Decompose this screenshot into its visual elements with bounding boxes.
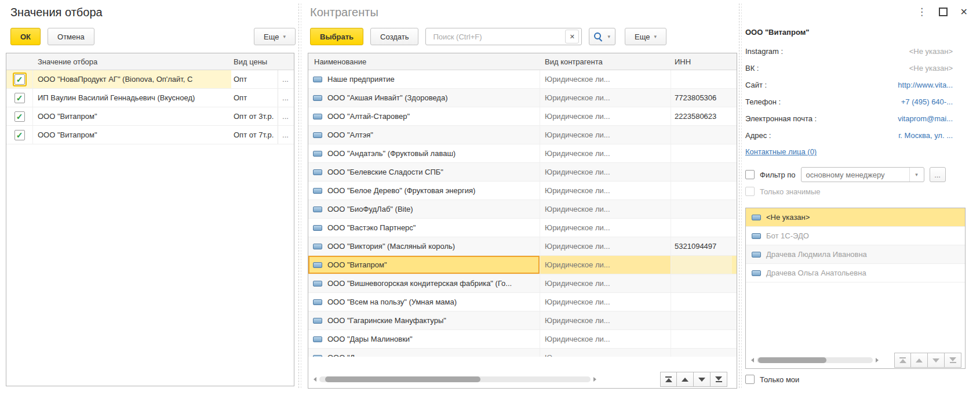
row-menu-button[interactable]: ... <box>278 70 293 88</box>
table-row[interactable]: ООО "Белевские Сладости СПБ" Юридическое… <box>308 163 737 182</box>
phone-link[interactable]: +7 (495) 640-... <box>901 97 953 106</box>
clear-search-icon[interactable]: ✕ <box>565 30 579 44</box>
kind-cell: Юридическое ли... <box>540 330 671 348</box>
filter-more-button[interactable]: ... <box>930 167 946 182</box>
row-checkbox[interactable]: ✓ <box>14 111 25 122</box>
list-item[interactable]: Бот 1С-ЭДО <box>746 227 965 245</box>
field-label: Телефон : <box>745 97 781 106</box>
company-icon <box>313 244 322 249</box>
table-row[interactable]: ООО "Белое Дерево" (Фруктовая энергия) Ю… <box>308 182 737 200</box>
counterparties-title: Контрагенты <box>310 6 378 19</box>
table-row[interactable]: ООО "Гагаринские Мануфактуры" Юридическо… <box>308 311 737 330</box>
table-row[interactable]: ООО "Акшая Инвайт" (Здороведа) Юридическ… <box>308 89 737 107</box>
inn-cell <box>671 200 732 218</box>
list-item[interactable]: Драчева Людмила Ивановна <box>746 245 965 264</box>
go-last-button[interactable] <box>945 353 961 368</box>
address-link[interactable]: г. Москва, ул. ... <box>898 131 953 140</box>
contact-icon <box>752 215 761 220</box>
scrollbar-thumb[interactable] <box>325 376 480 382</box>
create-button[interactable]: Создать <box>370 28 418 45</box>
kind-cell: Юридическое ли... <box>540 163 671 181</box>
table-scroll-row <box>308 371 737 388</box>
table-row[interactable]: ООО "БиоФудЛаб" (Bite) Юридическое ли... <box>308 200 737 219</box>
company-icon <box>313 225 322 231</box>
select-button[interactable]: Выбрать <box>310 28 363 45</box>
only-mine-row: Только мои <box>745 375 799 384</box>
field-label: Электронная почта : <box>745 114 817 123</box>
go-first-button[interactable] <box>660 372 677 387</box>
horizontal-scrollbar[interactable] <box>319 376 591 382</box>
table-row[interactable]: ООО "Виктория" (Масляный король) Юридиче… <box>308 237 737 256</box>
field-row: Телефон : +7 (495) 640-... <box>745 93 968 110</box>
table-row[interactable]: ООО "Вастэко Партнерс" Юридическое ли... <box>308 219 737 237</box>
name-cell: ООО "Алтэя" <box>308 126 540 144</box>
search-options-button[interactable]: ▾ <box>589 28 615 45</box>
cancel-button[interactable]: Отмена <box>48 28 94 45</box>
go-up-button[interactable] <box>911 353 928 368</box>
scroll-left-icon[interactable] <box>314 377 316 382</box>
field-label: Адрес : <box>745 131 771 140</box>
table-row-selected[interactable]: ООО "Витапром" Юридическое ли... <box>308 256 737 274</box>
table-row[interactable]: ООО "Дары Малиновки" Юридическое ли... <box>308 330 737 349</box>
checkbox-cell: ✓ <box>6 70 33 88</box>
go-down-button[interactable] <box>694 372 711 387</box>
contact-persons-link[interactable]: Контактные лица (0) <box>745 147 817 156</box>
go-first-button[interactable] <box>894 353 911 368</box>
kind-cell: Юридическое ли... <box>540 219 671 237</box>
list-item[interactable]: Драчева Ольга Анатольевна <box>746 264 965 282</box>
chevron-down-icon[interactable]: ▾ <box>909 168 924 182</box>
email-link[interactable]: vitaprom@mai... <box>898 114 953 123</box>
only-mine-checkbox[interactable] <box>745 375 755 384</box>
header-selection-value: Значение отбора <box>33 57 231 66</box>
row-checkbox[interactable]: ✓ <box>14 130 25 140</box>
field-row: Сайт : http://www.vita... <box>745 77 968 93</box>
go-up-button[interactable] <box>677 372 694 387</box>
table-row[interactable]: ✓ ООО "Витапром" Опт от 3т.р. ... <box>6 107 294 126</box>
website-link[interactable]: http://www.vita... <box>898 81 953 89</box>
table-row[interactable]: ООО "Алтай-Старовер" Юридическое ли... 2… <box>308 107 737 126</box>
contact-icon <box>752 233 761 239</box>
go-down-button[interactable] <box>928 353 945 368</box>
ok-button[interactable]: ОК <box>10 28 41 45</box>
scroll-left-icon[interactable] <box>751 358 754 363</box>
row-menu-button[interactable]: ... <box>278 89 293 107</box>
horizontal-scrollbar[interactable] <box>757 357 873 363</box>
name-cell: ООО "Витапром" <box>308 256 540 274</box>
left-more-button[interactable]: Еще ▾ <box>254 28 296 45</box>
middle-more-button[interactable]: Еще ▾ <box>625 28 666 45</box>
company-icon <box>313 206 322 212</box>
name-cell: ООО "Всем на пользу" (Умная мама) <box>308 293 540 311</box>
table-row[interactable]: ✓ ИП Ваулин Василий Геннадьевич (Вкусное… <box>6 89 294 107</box>
search-box: ✕ <box>425 28 582 45</box>
filter-combobox[interactable]: основному менеджеру ▾ <box>801 167 924 182</box>
table-row[interactable]: ООО "Андатэль" (Фруктовый лаваш) Юридиче… <box>308 144 737 163</box>
row-checkbox[interactable]: ✓ <box>14 93 25 103</box>
row-menu-button[interactable]: ... <box>278 107 293 125</box>
search-input[interactable] <box>432 32 565 42</box>
selection-values-table: Значение отбора Вид цены ✓ ООО "НоваПрод… <box>6 53 294 386</box>
row-checkbox[interactable]: ✓ <box>14 74 25 85</box>
inn-cell <box>671 311 732 329</box>
table-row[interactable]: ✓ ООО "Витапром" Опт от 7т.р. ... <box>6 126 294 144</box>
table-row[interactable]: Наше предприятие Юридическое ли... <box>308 70 737 89</box>
chevron-down-icon: ▾ <box>607 34 610 39</box>
table-row[interactable]: ООО "Д... Ю... <box>308 349 737 357</box>
table-row[interactable]: ООО "Вишневогорская кондитерская фабрика… <box>308 274 737 293</box>
company-icon <box>313 355 322 357</box>
company-icon <box>313 262 322 268</box>
inn-cell <box>671 274 732 292</box>
row-menu-button[interactable]: ... <box>278 126 293 144</box>
table-row[interactable]: ООО "Алтэя" Юридическое ли... <box>308 126 737 144</box>
price-kind-cell: Опт от 3т.р. <box>231 107 278 125</box>
filter-row: Фильтр по основному менеджеру ▾ ... <box>745 167 946 182</box>
only-significant-checkbox[interactable] <box>745 187 755 196</box>
list-item-selected[interactable]: <Не указан> <box>746 208 965 227</box>
scroll-right-icon[interactable] <box>593 377 596 382</box>
go-last-button[interactable] <box>711 372 727 387</box>
scroll-right-icon[interactable] <box>876 358 879 363</box>
filter-checkbox[interactable] <box>745 170 755 179</box>
table-row[interactable]: ООО "Всем на пользу" (Умная мама) Юридич… <box>308 293 737 311</box>
scrollbar-thumb[interactable] <box>758 357 826 363</box>
table-row[interactable]: ✓ ООО "НоваПродукт АГ" (Bionova, Оп'лайт… <box>6 70 294 89</box>
kind-cell: Юридическое ли... <box>540 256 671 274</box>
